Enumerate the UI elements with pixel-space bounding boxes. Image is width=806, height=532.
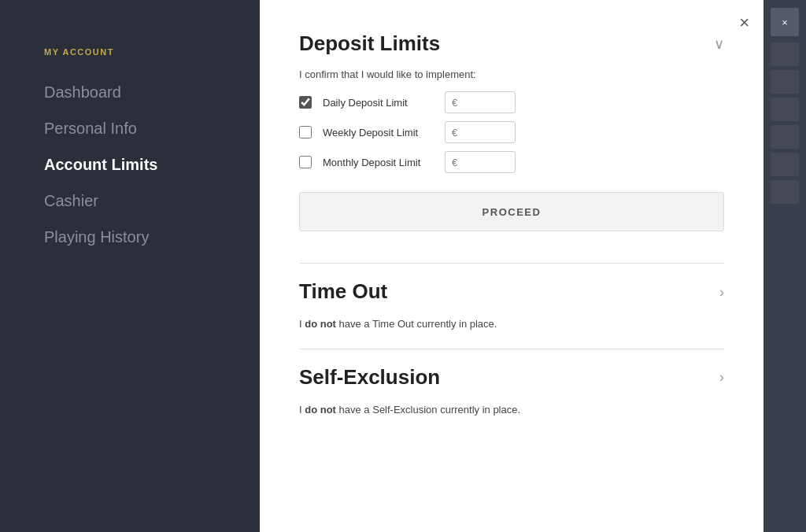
- main-area: × Deposit Limits ∨ I confirm that I woul…: [260, 0, 763, 532]
- proceed-button[interactable]: PROCEED: [299, 192, 724, 231]
- sidebar-item-account-limits[interactable]: Account Limits: [44, 146, 216, 183]
- strip-close-button[interactable]: ×: [771, 8, 799, 36]
- time-out-section: Time Out › I do not have a Time Out curr…: [299, 279, 724, 333]
- self-exclusion-bold: do not: [305, 404, 336, 416]
- self-exclusion-title: Self-Exclusion: [299, 365, 440, 389]
- strip-bar-4: [771, 125, 799, 149]
- strip-bar-6: [771, 180, 799, 204]
- deposit-limits-header: Deposit Limits ∨: [299, 31, 724, 56]
- strip-bar-2: [771, 70, 799, 94]
- self-exclusion-header: Self-Exclusion ›: [299, 365, 724, 390]
- divider-2: [299, 349, 724, 349]
- sidebar-item-playing-history[interactable]: Playing History: [44, 219, 216, 255]
- monthly-limit-checkbox[interactable]: [299, 156, 312, 168]
- divider-1: [299, 263, 724, 264]
- strip-bar-1: [771, 42, 799, 66]
- sidebar-item-dashboard[interactable]: Dashboard: [44, 74, 216, 110]
- sidebar: MY ACCOUNT Dashboard Personal Info Accou…: [0, 0, 260, 532]
- monthly-limit-label: Monthly Deposit Limit: [323, 157, 437, 168]
- right-strip: ×: [763, 0, 806, 532]
- daily-limit-input[interactable]: [445, 91, 516, 113]
- weekly-limit-checkbox[interactable]: [299, 126, 312, 139]
- deposit-limits-chevron[interactable]: ∨: [714, 35, 724, 53]
- time-out-text: I do not have a Time Out currently in pl…: [299, 316, 724, 333]
- self-exclusion-text: I do not have a Self-Exclusion currently…: [299, 402, 724, 419]
- confirm-text: I confirm that I would like to implement…: [299, 68, 724, 80]
- strip-bar-5: [771, 153, 799, 176]
- panel: × Deposit Limits ∨ I confirm that I woul…: [260, 0, 763, 532]
- daily-limit-row: Daily Deposit Limit: [299, 91, 724, 113]
- sidebar-item-personal-info[interactable]: Personal Info: [44, 110, 216, 146]
- time-out-header: Time Out ›: [299, 279, 724, 304]
- daily-limit-checkbox[interactable]: [299, 96, 312, 109]
- monthly-limit-input[interactable]: [445, 151, 516, 173]
- time-out-chevron[interactable]: ›: [719, 283, 724, 300]
- sidebar-section-label: MY ACCOUNT: [44, 47, 216, 57]
- deposit-limits-section: Deposit Limits ∨ I confirm that I would …: [299, 31, 724, 247]
- weekly-limit-input[interactable]: [445, 121, 516, 143]
- daily-limit-label: Daily Deposit Limit: [323, 97, 437, 109]
- time-out-title: Time Out: [299, 279, 387, 303]
- self-exclusion-section: Self-Exclusion › I do not have a Self-Ex…: [299, 365, 724, 419]
- deposit-limits-title: Deposit Limits: [299, 31, 440, 55]
- time-out-bold: do not: [305, 318, 336, 330]
- self-exclusion-chevron[interactable]: ›: [719, 369, 724, 386]
- sidebar-item-cashier[interactable]: Cashier: [44, 183, 216, 219]
- strip-bar-3: [771, 98, 799, 121]
- weekly-limit-label: Weekly Deposit Limit: [323, 127, 437, 139]
- close-button[interactable]: ×: [739, 14, 749, 31]
- monthly-limit-row: Monthly Deposit Limit: [299, 151, 724, 173]
- weekly-limit-row: Weekly Deposit Limit: [299, 121, 724, 143]
